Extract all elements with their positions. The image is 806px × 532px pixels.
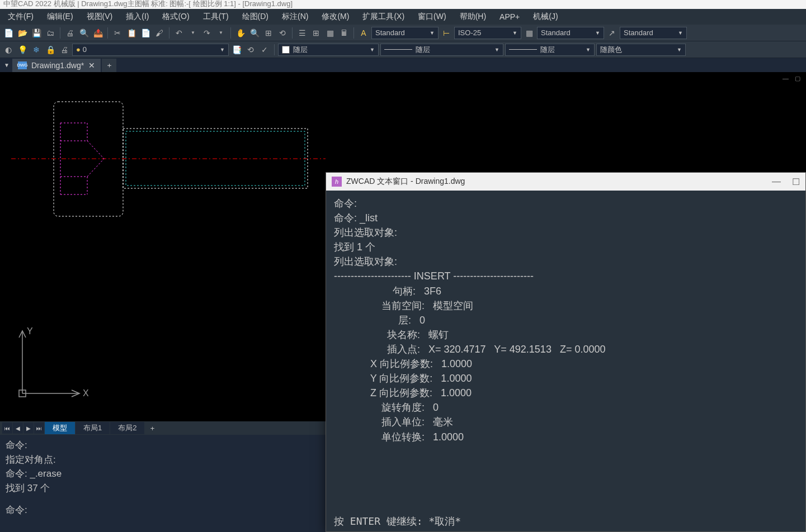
layout-nav-prev-icon[interactable]: ◀ — [13, 422, 23, 434]
layermatch-icon[interactable]: ✓ — [258, 44, 271, 56]
menu-window[interactable]: 窗口(W) — [412, 10, 452, 24]
maximize-icon[interactable]: ☐ — [792, 177, 800, 187]
layerstate-icon[interactable]: 📑 — [230, 44, 243, 56]
close-icon[interactable]: ✕ — [88, 61, 95, 70]
dim-style-dropdown[interactable]: ISO-25 ▼ — [454, 27, 521, 39]
dimstyle-icon[interactable]: ⊢ — [440, 27, 453, 39]
menu-edit[interactable]: 编辑(E) — [41, 10, 79, 24]
preview-icon[interactable]: 🔍 — [78, 27, 90, 39]
layout-nav-last-icon[interactable]: ⏭ — [34, 422, 44, 434]
cut-icon[interactable]: ✂ — [111, 27, 124, 39]
paste-icon[interactable]: 📄 — [139, 27, 152, 39]
tw-line: 命令: — [334, 196, 798, 211]
chevron-down-icon: ▼ — [430, 30, 435, 36]
menu-help[interactable]: 帮助(H) — [454, 10, 492, 24]
saveall-icon[interactable]: 🗂 — [44, 27, 56, 39]
dim-style-value: ISO-25 — [458, 28, 481, 37]
chevron-down-icon: ▼ — [586, 47, 591, 53]
redo-icon[interactable]: ↷ — [201, 27, 213, 39]
separator — [292, 27, 293, 39]
separator — [230, 27, 231, 39]
svg-line-12 — [87, 159, 104, 177]
layer-btn-4[interactable]: 🔒 — [44, 44, 56, 56]
viewport-window-controls[interactable]: — ▢ — [783, 75, 803, 82]
layer-btn-3[interactable]: ❄ — [30, 44, 43, 56]
zoom-icon[interactable]: 🔍 — [248, 27, 261, 39]
layerprev-icon[interactable]: ⟲ — [244, 44, 257, 56]
tw-line: 找到 1 个 — [334, 240, 798, 254]
undo-icon[interactable]: ↶ — [173, 27, 185, 39]
tablestyle-icon[interactable]: ▦ — [523, 27, 535, 39]
color-dropdown[interactable]: 随层 ▼ — [278, 44, 379, 56]
text-window-body[interactable]: 命令:命令: _list列出选取对象:找到 1 个列出选取对象:--------… — [326, 191, 805, 511]
menu-insert[interactable]: 插入(I) — [120, 10, 154, 24]
save-icon[interactable]: 💾 — [30, 27, 43, 39]
calc-icon[interactable]: 🖩 — [338, 27, 350, 39]
menu-ext[interactable]: 扩展工具(X) — [357, 10, 410, 24]
drawing-canvas[interactable]: Y X — [0, 73, 326, 421]
layer-btn-5[interactable]: 🖨 — [58, 44, 70, 56]
lineweight-dropdown[interactable]: 随层 ▼ — [505, 44, 595, 56]
linetype-dropdown[interactable]: 随层 ▼ — [380, 44, 503, 56]
plotstyle-dropdown[interactable]: 随颜色 ▼ — [596, 44, 686, 56]
layout-add-button[interactable]: + — [145, 424, 159, 433]
table-style-value: Standard — [541, 28, 571, 37]
menu-dim[interactable]: 标注(N) — [276, 10, 314, 24]
lineweight-value: 随层 — [540, 45, 555, 55]
menu-draw[interactable]: 绘图(D) — [237, 10, 274, 24]
zwcad-icon: h — [332, 177, 342, 187]
text-style-dropdown[interactable]: Standard ▼ — [371, 27, 439, 39]
tw-line: Z 向比例参数: 1.0000 — [334, 386, 798, 400]
zoomp-icon[interactable]: ⟲ — [276, 27, 289, 39]
tw-line: 插入点: X= 320.4717 Y= 492.1513 Z= 0.0000 — [334, 342, 798, 357]
text-style-value: Standard — [375, 28, 405, 37]
menu-view[interactable]: 视图(V) — [81, 10, 119, 24]
table-style-dropdown[interactable]: Standard ▼ — [537, 27, 604, 39]
props-icon[interactable]: ☰ — [296, 27, 308, 39]
mleaderstyle-icon[interactable]: ↗ — [606, 27, 618, 39]
filetabs-scroll-down-icon[interactable]: ▼ — [2, 60, 11, 71]
match-icon[interactable]: 🖌 — [153, 27, 166, 39]
redo-dd-icon[interactable]: ▼ — [215, 27, 227, 39]
text-window-titlebar[interactable]: h ZWCAD 文本窗口 - Drawing1.dwg — ☐ — [326, 173, 805, 191]
tw-line: 命令: _list — [334, 211, 798, 225]
tw-line: 句柄: 3F6 — [334, 284, 798, 298]
open-icon[interactable]: 📂 — [16, 27, 29, 39]
menu-tools[interactable]: 工具(T) — [197, 10, 234, 24]
chevron-down-icon: ▼ — [370, 47, 375, 53]
layer-btn-2[interactable]: 💡 — [16, 44, 29, 56]
menu-mech[interactable]: 机械(J) — [527, 10, 563, 24]
toolbar-row-2: ◐ 💡 ❄ 🔒 🖨 ● 0 ▼ 📑 ⟲ ✓ 随层 ▼ 随层 ▼ 随层 ▼ 随颜色… — [0, 41, 806, 58]
pan-icon[interactable]: ✋ — [234, 27, 247, 39]
layout-tab-2[interactable]: 布局2 — [110, 422, 144, 434]
undo-dd-icon[interactable]: ▼ — [187, 27, 199, 39]
layer-dropdown[interactable]: ● 0 ▼ — [72, 44, 229, 56]
copy-icon[interactable]: 📋 — [125, 27, 138, 39]
layout-nav-first-icon[interactable]: ⏮ — [2, 422, 12, 434]
publish-icon[interactable]: 📤 — [92, 27, 104, 39]
layout-nav-next-icon[interactable]: ▶ — [23, 422, 34, 434]
add-tab-button[interactable]: ＋ — [102, 59, 116, 72]
app-title: 中望CAD 2022 机械版 | Drawing1.dwg主图幅 标准: 图幅:… — [3, 0, 293, 8]
menu-modify[interactable]: 修改(M) — [316, 10, 355, 24]
toolpal-icon[interactable]: ▦ — [324, 27, 336, 39]
file-tab-active[interactable]: DWG Drawing1.dwg* ✕ — [12, 59, 101, 72]
tw-line: 层: 0 — [334, 313, 798, 327]
tw-line: 单位转换: 1.0000 — [334, 430, 798, 444]
layout-tab-1[interactable]: 布局1 — [76, 422, 110, 434]
separator — [274, 44, 275, 55]
menu-app[interactable]: APP+ — [494, 10, 525, 23]
layout-tab-model[interactable]: 模型 — [45, 422, 75, 434]
ucs-y-label: Y — [27, 326, 33, 336]
menu-format[interactable]: 格式(O) — [157, 10, 195, 24]
print-icon[interactable]: 🖨 — [64, 27, 76, 39]
text-window-prompt[interactable]: 按 ENTER 键继续: *取消* — [326, 511, 805, 531]
menu-file[interactable]: 文件(F) — [2, 10, 39, 24]
mleader-style-dropdown[interactable]: Standard ▼ — [620, 27, 687, 39]
textstyle-icon[interactable]: A — [357, 27, 370, 39]
zoomw-icon[interactable]: ⊞ — [262, 27, 275, 39]
layer-btn-1[interactable]: ◐ — [2, 44, 15, 56]
minimize-icon[interactable]: — — [772, 177, 781, 187]
dcenter-icon[interactable]: ⊞ — [310, 27, 322, 39]
new-icon[interactable]: 📄 — [2, 27, 15, 39]
